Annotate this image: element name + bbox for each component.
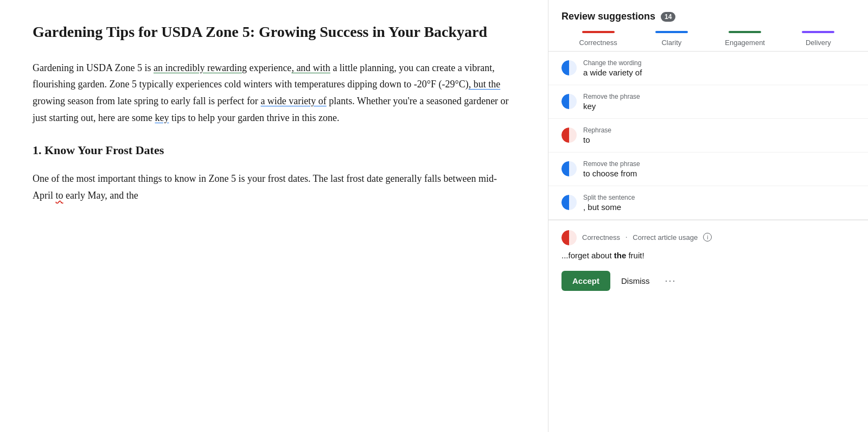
suggestion-item-1[interactable]: Change the wording a wide variety of	[548, 52, 868, 85]
tab-bar-engagement	[729, 31, 761, 33]
suggestion-item-4[interactable]: Remove the phrase to choose from	[548, 153, 868, 186]
tab-bar-clarity	[655, 31, 688, 33]
expanded-suggestion-card: Correctness · Correct article usage i ..…	[548, 220, 868, 300]
card-subcategory: Correct article usage	[633, 233, 698, 242]
suggestion-type-2: Remove the phrase	[583, 93, 640, 100]
sidebar: Review suggestions 14 Correctness Clarit…	[548, 0, 868, 432]
article-paragraph-2: One of the most important things to know…	[33, 170, 515, 204]
accept-button[interactable]: Accept	[561, 271, 610, 291]
highlight-to: to	[56, 190, 63, 201]
tab-engagement[interactable]: Engagement	[709, 31, 782, 51]
suggestion-text-4: Remove the phrase to choose from	[583, 160, 640, 178]
suggestion-icon-2	[561, 94, 577, 109]
suggestions-badge: 14	[661, 12, 675, 22]
tab-label-clarity: Clarity	[661, 39, 681, 47]
article-title: Gardening Tips for USDA Zone 5: Growing …	[33, 22, 515, 42]
section-1-title: 1. Know Your Frost Dates	[33, 143, 515, 157]
card-text-after: fruit!	[626, 251, 644, 260]
suggestion-type-1: Change the wording	[583, 59, 642, 67]
suggestion-text-1: Change the wording a wide variety of	[583, 59, 642, 77]
sidebar-title: Review suggestions	[561, 11, 655, 22]
highlight-and-with: , and with	[291, 62, 330, 73]
tab-bar-delivery	[802, 31, 834, 33]
suggestions-list: Change the wording a wide variety of Rem…	[548, 52, 868, 220]
sidebar-title-row: Review suggestions 14	[561, 11, 855, 22]
card-actions: Accept Dismiss ···	[561, 271, 855, 300]
tab-clarity[interactable]: Clarity	[635, 31, 708, 51]
tab-correctness[interactable]: Correctness	[561, 31, 635, 51]
suggestion-value-3: to	[583, 135, 611, 144]
highlight-key: key	[155, 112, 169, 123]
suggestion-icon-3	[561, 128, 577, 143]
dismiss-button[interactable]: Dismiss	[615, 271, 656, 291]
info-icon[interactable]: i	[703, 233, 712, 242]
card-text: ...forget about the fruit!	[561, 250, 855, 262]
card-header: Correctness · Correct article usage i	[561, 229, 855, 245]
tabs-row: Correctness Clarity Engagement Delivery	[561, 31, 855, 51]
sidebar-header: Review suggestions 14 Correctness Clarit…	[548, 0, 868, 52]
suggestion-item-3[interactable]: Rephrase to	[548, 119, 868, 153]
tab-label-correctness: Correctness	[579, 39, 617, 47]
more-options-button[interactable]: ···	[661, 272, 681, 290]
card-dot: ·	[626, 233, 627, 242]
suggestion-type-3: Rephrase	[583, 126, 611, 134]
suggestion-icon-5	[561, 195, 577, 210]
tab-label-engagement: Engagement	[725, 39, 765, 47]
suggestion-type-5: Split the sentence	[583, 194, 635, 201]
card-icon	[561, 230, 577, 245]
suggestion-text-5: Split the sentence , but some	[583, 194, 635, 212]
suggestion-type-4: Remove the phrase	[583, 160, 640, 168]
suggestion-text-3: Rephrase to	[583, 126, 611, 144]
suggestion-value-5: , but some	[583, 202, 635, 212]
highlight-rewarding: an incredibly rewarding	[154, 62, 247, 73]
suggestion-value-1: a wide variety of	[583, 68, 642, 77]
suggestion-icon-1	[561, 60, 577, 75]
main-content: Gardening Tips for USDA Zone 5: Growing …	[0, 0, 548, 432]
card-text-bold: the	[614, 251, 627, 260]
suggestion-value-2: key	[583, 101, 640, 111]
card-text-before: ...forget about	[561, 251, 614, 260]
suggestion-icon-4	[561, 161, 577, 176]
highlight-but-the: , but the	[469, 79, 501, 90]
tab-delivery[interactable]: Delivery	[782, 31, 855, 51]
article-paragraph-1: Gardening in USDA Zone 5 is an incredibl…	[33, 60, 515, 126]
card-category: Correctness	[582, 233, 620, 242]
highlight-wide-variety: a wide variety of	[260, 96, 326, 106]
suggestion-value-4: to choose from	[583, 169, 640, 178]
suggestion-text-2: Remove the phrase key	[583, 93, 640, 111]
tab-bar-correctness	[582, 31, 615, 33]
suggestion-item-2[interactable]: Remove the phrase key	[548, 85, 868, 119]
suggestion-item-5[interactable]: Split the sentence , but some	[548, 186, 868, 220]
tab-label-delivery: Delivery	[806, 39, 831, 47]
